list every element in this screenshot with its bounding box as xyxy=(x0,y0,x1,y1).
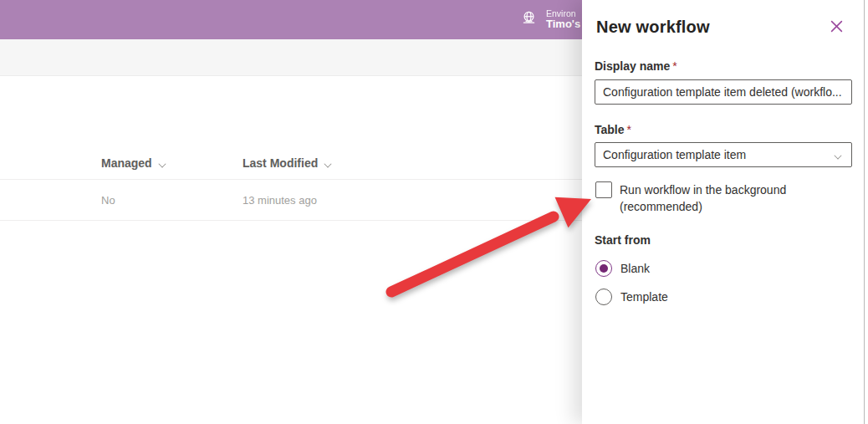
chevron-down-icon xyxy=(834,152,842,157)
table-row[interactable]: No 13 minutes ago xyxy=(0,180,582,220)
radio-unselected-icon xyxy=(595,289,612,305)
radio-selected-icon xyxy=(595,260,612,277)
grid-divider xyxy=(0,220,582,221)
table-label: Table* xyxy=(595,123,631,136)
workflow-grid: Managed Last Modified No 13 minutes ago xyxy=(0,76,582,424)
column-header-managed[interactable]: Managed xyxy=(101,156,166,170)
required-asterisk: * xyxy=(672,59,677,73)
table-dropdown-value: Configuration template item xyxy=(595,148,834,161)
display-name-label: Display name* xyxy=(595,59,677,73)
checkbox-unchecked-icon xyxy=(595,181,612,198)
app-window: Environ Timo's Managed Last Modified No … xyxy=(0,0,868,424)
display-name-input[interactable] xyxy=(595,79,852,105)
column-label: Last Modified xyxy=(243,156,318,170)
grid-header: Managed Last Modified xyxy=(0,156,582,170)
start-from-label: Start from xyxy=(595,233,651,247)
environment-label: Environ xyxy=(546,8,580,18)
close-button[interactable] xyxy=(824,15,849,40)
start-from-option-template[interactable]: Template xyxy=(595,289,668,305)
table-dropdown[interactable]: Configuration template item xyxy=(595,142,852,167)
environment-name: Environ Timo's xyxy=(546,8,580,31)
cell-last-modified: 13 minutes ago xyxy=(243,194,317,207)
radio-label: Blank xyxy=(620,262,650,275)
new-workflow-panel: New workflow Display name* Table* Config… xyxy=(582,0,868,424)
run-workflow-in-background-checkbox[interactable]: Run workflow in the background (recommen… xyxy=(595,181,830,215)
cell-managed: No xyxy=(101,194,115,207)
required-asterisk: * xyxy=(627,123,631,136)
checkbox-label: Run workflow in the background (recommen… xyxy=(620,181,810,215)
panel-title: New workflow xyxy=(596,18,710,37)
radio-label: Template xyxy=(620,290,668,304)
chevron-down-icon xyxy=(158,161,166,166)
column-header-last-modified[interactable]: Last Modified xyxy=(243,156,332,170)
environment-globe-icon xyxy=(520,9,538,30)
chevron-down-icon xyxy=(324,161,332,166)
column-label: Managed xyxy=(101,156,152,170)
start-from-option-blank[interactable]: Blank xyxy=(595,260,650,277)
close-x-icon xyxy=(830,20,843,35)
environment-value: Timo's xyxy=(546,18,580,31)
